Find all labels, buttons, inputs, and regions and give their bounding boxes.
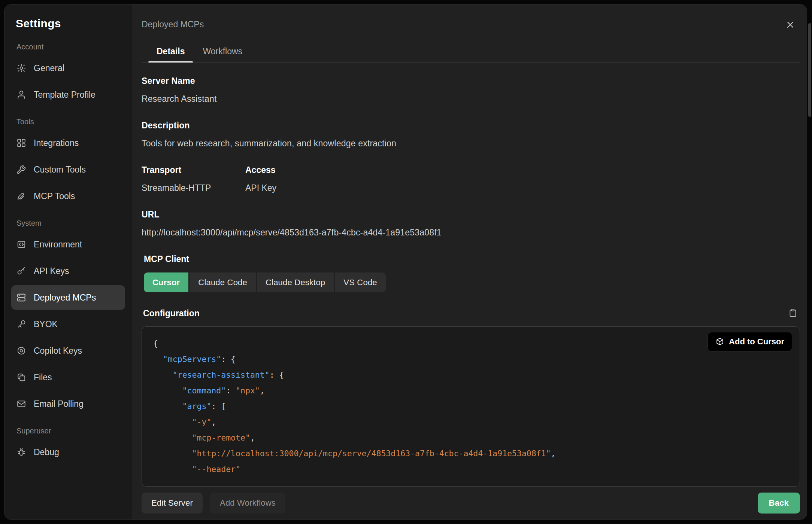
mcp-client-option-claude-code[interactable]: Claude Code [190,272,256,292]
scrollbar[interactable] [808,5,811,519]
sidebar-item-label: BYOK [34,319,58,329]
code-line: "mcp-remote", [153,430,788,446]
mcp-logo-icon [16,191,26,201]
transport-field: Transport Streamable-HTTP [142,165,245,193]
scrollbar-thumb[interactable] [808,23,811,117]
access-label: Access [245,165,276,175]
settings-title: Settings [16,17,125,30]
sidebar-item-label: Deployed MCPs [34,293,96,303]
sidebar-item-copilot-keys[interactable]: Copilot Keys [11,338,125,363]
sidebar-section-account: AccountGeneralTemplate Profile [11,43,125,107]
sidebar-item-label: Custom Tools [34,165,86,175]
sidebar-item-label: Copilot Keys [34,346,82,356]
bug-icon [16,447,26,457]
wrench-icon [16,165,26,174]
sidebar-item-mcp-tools[interactable]: MCP Tools [11,184,125,208]
configuration-code-block: { "mcpServers": { "research-assistant": … [142,326,800,487]
mcp-client-option-cursor[interactable]: Cursor [144,272,188,292]
sidebar-item-api-keys[interactable]: API Keys [11,259,125,283]
configuration-label: Configuration [143,308,200,319]
code-line: "command": "npx", [153,383,788,399]
sidebar-item-label: Debug [34,447,59,457]
sidebar-item-email-polling[interactable]: Email Polling [11,392,125,416]
code-line: { [153,336,788,351]
gear-icon [16,63,26,73]
mcp-client-label: MCP Client [144,254,800,264]
mail-icon [16,399,26,409]
sidebar-section-tools: ToolsIntegrationsCustom ToolsMCP Tools [11,118,125,208]
sidebar-nav: AccountGeneralTemplate ProfileToolsInteg… [11,43,125,464]
sidebar-section-label: System [16,219,125,228]
access-value: API Key [245,183,276,193]
close-icon [785,19,796,31]
sidebar-section-label: Account [16,43,125,51]
url-value: http://localhost:3000/api/mcp/serve/4853… [142,228,800,238]
key-alt-icon [16,319,26,329]
sidebar-item-custom-tools[interactable]: Custom Tools [11,157,125,182]
sidebar-item-integrations[interactable]: Integrations [11,131,125,155]
key-icon [16,266,26,276]
add-to-cursor-label: Add to Cursor [729,337,784,347]
sidebar-item-general[interactable]: General [11,56,125,80]
sidebar-item-label: Files [34,372,52,383]
edit-server-button[interactable]: Edit Server [142,493,203,514]
code-line: "http://localhost:3000/api/mcp/serve/485… [153,446,788,461]
server-icon [16,293,26,302]
main-panel: Deployed MCPs DetailsWorkflows Server Na… [132,4,807,520]
mcp-client-option-claude-desktop[interactable]: Claude Desktop [257,272,334,292]
panel-title: Deployed MCPs [142,18,204,30]
sidebar-item-debug[interactable]: Debug [11,440,125,464]
transport-label: Transport [142,165,245,175]
configuration-header: Configuration [143,307,800,320]
sidebar-item-label: Environment [34,240,82,250]
footer-actions: Edit Server Add Workflows Back [142,493,800,514]
cursor-logo-icon [715,337,724,346]
description-field: Description Tools for web research, summ… [142,121,800,149]
add-to-cursor-button[interactable]: Add to Cursor [708,332,792,351]
sidebar-item-label: General [34,63,64,73]
server-name-value: Research Assistant [142,94,800,104]
sidebar-item-label: Template Profile [34,90,96,100]
tab-details[interactable]: Details [148,42,194,62]
grid-icon [16,138,26,148]
url-label: URL [142,210,800,220]
sidebar-item-label: MCP Tools [34,191,75,201]
add-workflows-button[interactable]: Add Workflows [210,493,285,514]
server-name-label: Server Name [142,76,800,86]
panel-header: Deployed MCPs [142,18,800,33]
sidebar-item-label: Integrations [34,138,79,148]
sidebar-item-template-profile[interactable]: Template Profile [11,82,125,107]
sidebar-item-label: API Keys [34,266,69,276]
server-name-field: Server Name Research Assistant [142,76,800,104]
code-line: "-y", [153,414,788,430]
transport-access-row: Transport Streamable-HTTP Access API Key [142,165,800,193]
sidebar-item-label: Email Polling [34,399,84,409]
tab-workflows[interactable]: Workflows [194,42,251,62]
mcp-client-field: MCP Client CursorClaude CodeClaude Deskt… [144,254,800,292]
access-field: Access API Key [245,165,276,193]
sidebar-item-files[interactable]: Files [11,365,125,390]
sidebar-item-byok[interactable]: BYOK [11,312,125,336]
settings-modal: Settings AccountGeneralTemplate ProfileT… [4,4,807,520]
clipboard-icon [788,308,798,319]
code-line: "research-assistant": { [153,367,788,383]
sidebar-section-label: Superuser [16,427,125,435]
user-icon [16,90,26,100]
panel-body: Server Name Research Assistant Descripti… [142,63,800,514]
sidebar-item-environment[interactable]: Environment [11,232,125,257]
code-line: "mcpServers": { [153,351,788,367]
code-line: "args": [ [153,399,788,414]
close-button[interactable] [784,18,797,33]
url-field: URL http://localhost:3000/api/mcp/serve/… [142,210,800,238]
tabs: DetailsWorkflows [142,42,800,63]
copy-button[interactable] [787,307,799,320]
mcp-client-options: CursorClaude CodeClaude DesktopVS Code [144,272,386,292]
transport-value: Streamable-HTTP [142,183,245,193]
files-icon [16,372,26,382]
target-icon [16,346,26,356]
description-value: Tools for web research, summarization, a… [142,138,800,149]
mcp-client-option-vs-code[interactable]: VS Code [335,272,385,292]
sidebar: Settings AccountGeneralTemplate ProfileT… [4,4,132,520]
sidebar-item-deployed-mcps[interactable]: Deployed MCPs [11,285,125,310]
back-button[interactable]: Back [758,493,800,514]
